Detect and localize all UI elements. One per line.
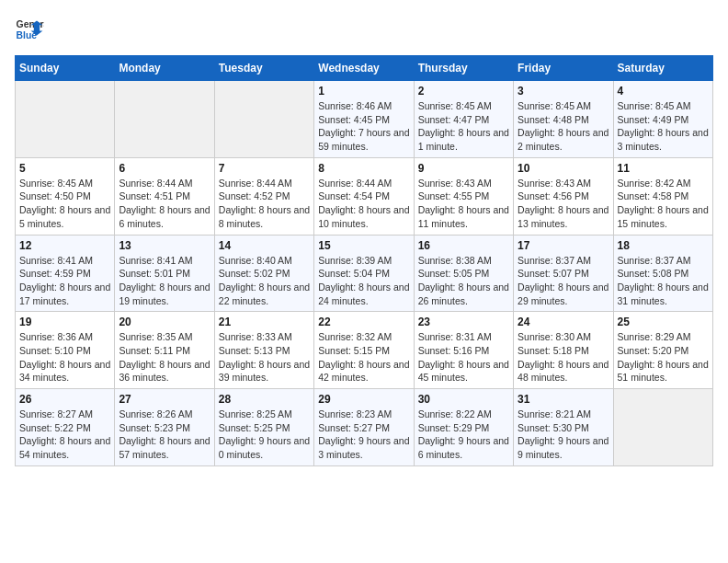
day-number: 7 — [219, 162, 310, 175]
day-info: Sunrise: 8:21 AM Sunset: 5:30 PM Dayligh… — [518, 408, 609, 462]
day-info: Sunrise: 8:36 AM Sunset: 5:10 PM Dayligh… — [19, 330, 110, 385]
calendar-cell: 31Sunrise: 8:21 AM Sunset: 5:30 PM Dayli… — [514, 389, 613, 466]
calendar-cell: 25Sunrise: 8:29 AM Sunset: 5:20 PM Dayli… — [613, 312, 712, 389]
calendar-cell: 13Sunrise: 8:41 AM Sunset: 5:01 PM Dayli… — [115, 235, 214, 312]
day-info: Sunrise: 8:27 AM Sunset: 5:22 PM Dayligh… — [19, 408, 110, 462]
logo: General Blue — [15, 15, 44, 44]
calendar-cell: 1Sunrise: 8:46 AM Sunset: 4:45 PM Daylig… — [314, 81, 414, 158]
calendar-cell: 22Sunrise: 8:32 AM Sunset: 5:15 PM Dayli… — [314, 312, 414, 389]
day-number: 12 — [19, 239, 110, 252]
day-number: 28 — [219, 393, 310, 406]
calendar-cell: 5Sunrise: 8:45 AM Sunset: 4:50 PM Daylig… — [16, 157, 115, 235]
calendar-cell: 8Sunrise: 8:44 AM Sunset: 4:54 PM Daylig… — [314, 157, 414, 235]
day-info: Sunrise: 8:42 AM Sunset: 4:58 PM Dayligh… — [618, 177, 709, 231]
day-info: Sunrise: 8:46 AM Sunset: 4:45 PM Dayligh… — [318, 99, 409, 154]
day-info: Sunrise: 8:38 AM Sunset: 5:05 PM Dayligh… — [418, 254, 509, 308]
calendar-cell: 16Sunrise: 8:38 AM Sunset: 5:05 PM Dayli… — [414, 235, 513, 312]
day-number: 22 — [318, 316, 409, 328]
day-info: Sunrise: 8:45 AM Sunset: 4:47 PM Dayligh… — [418, 99, 509, 154]
day-info: Sunrise: 8:23 AM Sunset: 5:27 PM Dayligh… — [318, 408, 409, 462]
calendar-cell: 11Sunrise: 8:42 AM Sunset: 4:58 PM Dayli… — [613, 157, 712, 235]
calendar-cell — [214, 81, 313, 158]
day-info: Sunrise: 8:43 AM Sunset: 4:56 PM Dayligh… — [518, 177, 609, 231]
day-number: 18 — [618, 239, 709, 252]
day-number: 30 — [418, 393, 509, 406]
calendar-week-4: 19Sunrise: 8:36 AM Sunset: 5:10 PM Dayli… — [16, 312, 713, 389]
day-info: Sunrise: 8:45 AM Sunset: 4:50 PM Dayligh… — [19, 177, 110, 231]
day-number: 23 — [418, 316, 509, 328]
day-info: Sunrise: 8:22 AM Sunset: 5:29 PM Dayligh… — [418, 408, 509, 462]
calendar-cell — [16, 81, 115, 158]
day-info: Sunrise: 8:41 AM Sunset: 5:01 PM Dayligh… — [119, 254, 210, 308]
day-number: 25 — [618, 316, 709, 328]
calendar-cell: 24Sunrise: 8:30 AM Sunset: 5:18 PM Dayli… — [514, 312, 613, 389]
calendar-cell: 6Sunrise: 8:44 AM Sunset: 4:51 PM Daylig… — [115, 157, 214, 235]
calendar-cell: 9Sunrise: 8:43 AM Sunset: 4:55 PM Daylig… — [414, 157, 513, 235]
calendar-cell: 18Sunrise: 8:37 AM Sunset: 5:08 PM Dayli… — [613, 235, 712, 312]
day-info: Sunrise: 8:39 AM Sunset: 5:04 PM Dayligh… — [318, 254, 409, 308]
calendar-cell: 7Sunrise: 8:44 AM Sunset: 4:52 PM Daylig… — [214, 157, 313, 235]
day-info: Sunrise: 8:43 AM Sunset: 4:55 PM Dayligh… — [418, 177, 509, 231]
calendar-cell: 28Sunrise: 8:25 AM Sunset: 5:25 PM Dayli… — [214, 389, 313, 466]
day-number: 11 — [618, 162, 709, 175]
calendar-cell: 4Sunrise: 8:45 AM Sunset: 4:49 PM Daylig… — [613, 81, 712, 158]
day-info: Sunrise: 8:25 AM Sunset: 5:25 PM Dayligh… — [219, 408, 310, 462]
calendar-header: SundayMondayTuesdayWednesdayThursdayFrid… — [16, 56, 713, 81]
calendar-cell: 3Sunrise: 8:45 AM Sunset: 4:48 PM Daylig… — [514, 81, 613, 158]
calendar-cell: 12Sunrise: 8:41 AM Sunset: 4:59 PM Dayli… — [16, 235, 115, 312]
day-info: Sunrise: 8:35 AM Sunset: 5:11 PM Dayligh… — [119, 330, 210, 385]
weekday-header-sunday: Sunday — [16, 56, 115, 81]
day-number: 21 — [219, 316, 310, 328]
weekday-header-friday: Friday — [514, 56, 613, 81]
logo-icon: General Blue — [15, 15, 44, 44]
day-info: Sunrise: 8:37 AM Sunset: 5:08 PM Dayligh… — [618, 254, 709, 308]
weekday-header-wednesday: Wednesday — [314, 56, 414, 81]
day-number: 6 — [119, 162, 210, 175]
calendar-body: 1Sunrise: 8:46 AM Sunset: 4:45 PM Daylig… — [16, 81, 713, 466]
day-info: Sunrise: 8:26 AM Sunset: 5:23 PM Dayligh… — [119, 408, 210, 462]
day-number: 2 — [418, 85, 509, 98]
day-info: Sunrise: 8:44 AM Sunset: 4:51 PM Dayligh… — [119, 177, 210, 231]
day-number: 8 — [318, 162, 409, 175]
day-number: 13 — [119, 239, 210, 252]
day-number: 3 — [518, 85, 609, 98]
day-number: 1 — [318, 85, 409, 98]
weekday-header-thursday: Thursday — [414, 56, 513, 81]
calendar-cell: 26Sunrise: 8:27 AM Sunset: 5:22 PM Dayli… — [16, 389, 115, 466]
calendar-week-2: 5Sunrise: 8:45 AM Sunset: 4:50 PM Daylig… — [16, 157, 713, 235]
calendar-week-3: 12Sunrise: 8:41 AM Sunset: 4:59 PM Dayli… — [16, 235, 713, 312]
day-info: Sunrise: 8:40 AM Sunset: 5:02 PM Dayligh… — [219, 254, 310, 308]
page-header: General Blue — [15, 15, 713, 44]
day-number: 24 — [518, 316, 609, 328]
calendar-cell: 19Sunrise: 8:36 AM Sunset: 5:10 PM Dayli… — [16, 312, 115, 389]
day-info: Sunrise: 8:44 AM Sunset: 4:54 PM Dayligh… — [318, 177, 409, 231]
calendar-table: SundayMondayTuesdayWednesdayThursdayFrid… — [15, 55, 713, 466]
weekday-header-monday: Monday — [115, 56, 214, 81]
day-info: Sunrise: 8:45 AM Sunset: 4:48 PM Dayligh… — [518, 99, 609, 154]
weekday-header-saturday: Saturday — [613, 56, 712, 81]
day-number: 20 — [119, 316, 210, 328]
weekday-header-tuesday: Tuesday — [214, 56, 313, 81]
calendar-cell — [115, 81, 214, 158]
calendar-cell: 29Sunrise: 8:23 AM Sunset: 5:27 PM Dayli… — [314, 389, 414, 466]
day-number: 9 — [418, 162, 509, 175]
day-number: 26 — [19, 393, 110, 406]
day-number: 31 — [518, 393, 609, 406]
day-info: Sunrise: 8:32 AM Sunset: 5:15 PM Dayligh… — [318, 330, 409, 385]
day-info: Sunrise: 8:45 AM Sunset: 4:49 PM Dayligh… — [618, 99, 709, 154]
day-info: Sunrise: 8:29 AM Sunset: 5:20 PM Dayligh… — [618, 330, 709, 385]
day-info: Sunrise: 8:37 AM Sunset: 5:07 PM Dayligh… — [518, 254, 609, 308]
day-number: 15 — [318, 239, 409, 252]
day-number: 19 — [19, 316, 110, 328]
day-info: Sunrise: 8:44 AM Sunset: 4:52 PM Dayligh… — [219, 177, 310, 231]
calendar-cell: 23Sunrise: 8:31 AM Sunset: 5:16 PM Dayli… — [414, 312, 513, 389]
calendar-week-1: 1Sunrise: 8:46 AM Sunset: 4:45 PM Daylig… — [16, 81, 713, 158]
day-info: Sunrise: 8:30 AM Sunset: 5:18 PM Dayligh… — [518, 330, 609, 385]
day-number: 10 — [518, 162, 609, 175]
weekday-row: SundayMondayTuesdayWednesdayThursdayFrid… — [16, 56, 713, 81]
day-info: Sunrise: 8:33 AM Sunset: 5:13 PM Dayligh… — [219, 330, 310, 385]
day-number: 27 — [119, 393, 210, 406]
calendar-cell: 30Sunrise: 8:22 AM Sunset: 5:29 PM Dayli… — [414, 389, 513, 466]
calendar-cell: 20Sunrise: 8:35 AM Sunset: 5:11 PM Dayli… — [115, 312, 214, 389]
calendar-cell: 15Sunrise: 8:39 AM Sunset: 5:04 PM Dayli… — [314, 235, 414, 312]
